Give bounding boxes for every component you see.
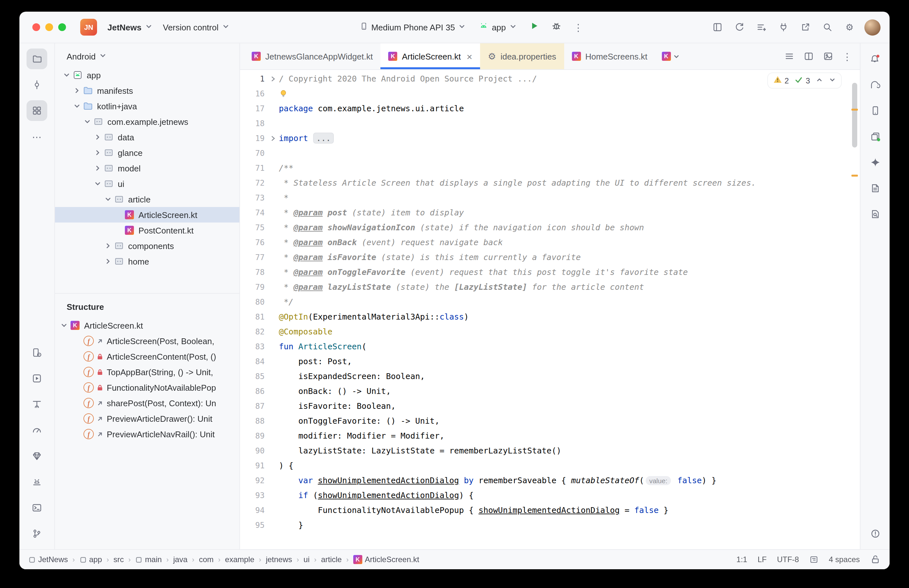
code-line[interactable]: 93 if (showUnimplementedActionDialog) { [240, 488, 860, 502]
user-avatar[interactable] [864, 19, 880, 35]
intention-bulb-icon[interactable] [279, 89, 288, 98]
line-number[interactable]: 83 [240, 342, 267, 351]
prev-problem-button[interactable] [816, 76, 823, 85]
fold-marker-icon[interactable] [267, 135, 279, 141]
notifications-icon[interactable] [865, 48, 885, 69]
line-number[interactable]: 95 [240, 520, 267, 530]
breadcrumb-src[interactable]: src [113, 555, 124, 564]
tab-HomeScreens.kt[interactable]: KHomeScreens.kt [564, 44, 655, 69]
line-number[interactable]: 75 [240, 223, 267, 232]
readonly-toggle-icon[interactable] [870, 554, 880, 565]
chevron-closed-icon[interactable] [72, 87, 82, 94]
tree-item-ArticleScreen.kt[interactable]: K ArticleScreen.kt [55, 207, 239, 223]
project-tool-icon[interactable] [26, 48, 47, 69]
tree-item-glance[interactable]: glance [55, 145, 239, 160]
device-selector[interactable]: Medium Phone API 35 [355, 19, 471, 35]
fold-marker-icon[interactable] [267, 75, 279, 82]
structure-item[interactable]: f PreviewArticleNavRail(): Unit [55, 426, 239, 442]
structure-root[interactable]: K ArticleScreen.kt [55, 318, 239, 333]
tab-ArticleScreen.kt[interactable]: KArticleScreen.kt × [380, 44, 480, 69]
task-list-icon[interactable] [752, 18, 771, 37]
logcat-icon[interactable] [26, 472, 47, 492]
code-line[interactable]: 80 */ [240, 294, 860, 309]
breadcrumb-app[interactable]: app [79, 555, 102, 564]
file-encoding[interactable]: UTF-8 [777, 555, 799, 564]
device-mirroring-icon[interactable] [865, 126, 885, 147]
tree-item-PostContent.kt[interactable]: K PostContent.kt [55, 223, 239, 238]
code-line[interactable]: 83 fun ArticleScreen( [240, 339, 860, 354]
warnings-count[interactable]: 2 [773, 75, 789, 86]
hidden-tabs-dropdown[interactable]: K [655, 44, 686, 69]
close-tab-icon[interactable]: × [467, 51, 473, 62]
tree-item-home[interactable]: home [55, 254, 239, 269]
code-line[interactable]: 79 * @param lazyListState (state) the [L… [240, 279, 860, 294]
settings-icon[interactable]: ⚙ [840, 18, 859, 37]
breadcrumb-main[interactable]: main [135, 555, 162, 564]
indent-size[interactable]: 4 spaces [829, 555, 860, 564]
tree-item-ui[interactable]: ui [55, 176, 239, 191]
device-manager-icon[interactable] [26, 342, 47, 363]
tree-item-manifests[interactable]: manifests [55, 83, 239, 99]
code-line[interactable]: 77 * @param isFavorite (state) is this i… [240, 250, 860, 265]
run-button[interactable] [525, 18, 544, 37]
tree-item-data[interactable]: data [55, 129, 239, 145]
chevron-closed-icon[interactable] [103, 242, 113, 250]
line-number[interactable]: 19 [240, 134, 267, 143]
chevron-closed-icon[interactable] [92, 149, 103, 157]
code-line[interactable]: 72 * Stateless Article Screen that displ… [240, 175, 860, 190]
code-line[interactable]: 70 [240, 145, 860, 160]
project-menu[interactable]: JetNews [102, 20, 158, 35]
share-link-icon[interactable] [796, 18, 815, 37]
line-number[interactable]: 18 [240, 119, 267, 128]
breadcrumb-example[interactable]: example [225, 555, 255, 564]
code-line[interactable]: 90 lazyListState: LazyListState = rememb… [240, 443, 860, 458]
chevron-open-icon[interactable] [92, 180, 103, 187]
more-tools-icon[interactable]: ⋯ [26, 126, 47, 147]
structure-item[interactable]: f ArticleScreenContent(Post, () [55, 349, 239, 364]
code-line[interactable]: 94 FunctionalityNotAvailablePopup { show… [240, 502, 860, 517]
gradle-icon[interactable] [865, 74, 885, 95]
tree-item-kotlin+java[interactable]: kotlin+java [55, 99, 239, 114]
line-number[interactable]: 94 [240, 506, 267, 515]
code-line[interactable]: 18 [240, 116, 860, 131]
breadcrumb-jetnews[interactable]: jetnews [266, 555, 292, 564]
zoom-window-button[interactable] [58, 23, 66, 31]
terminal-icon[interactable] [26, 498, 47, 518]
plugins-icon[interactable] [774, 18, 793, 37]
vcs-menu[interactable]: Version control [158, 20, 235, 35]
structure-item[interactable]: f PreviewArticleDrawer(): Unit [55, 411, 239, 426]
breadcrumb-ui[interactable]: ui [304, 555, 310, 564]
line-number[interactable]: 85 [240, 372, 267, 381]
line-number[interactable]: 17 [240, 104, 267, 113]
minimize-window-button[interactable] [45, 23, 53, 31]
code-line[interactable]: 81 @OptIn(ExperimentalMaterial3Api::clas… [240, 309, 860, 324]
code-line[interactable]: 88 onToggleFavorite: () -> Unit, [240, 414, 860, 428]
line-number[interactable]: 87 [240, 401, 267, 410]
chevron-open-icon[interactable] [72, 102, 82, 110]
line-number[interactable]: 78 [240, 268, 267, 276]
code-line[interactable]: 16 [240, 86, 860, 101]
split-editor-icon[interactable] [804, 51, 814, 61]
chevron-closed-icon[interactable] [92, 133, 103, 141]
line-number[interactable]: 82 [240, 327, 267, 336]
tree-item-article[interactable]: article [55, 191, 239, 207]
indent-icon[interactable] [809, 555, 819, 564]
sync-icon[interactable] [730, 18, 749, 37]
chevron-closed-icon[interactable] [92, 164, 103, 172]
titlebar[interactable]: JN JetNews Version control Medium Phone … [19, 11, 890, 44]
line-number[interactable]: 86 [240, 386, 267, 396]
line-number[interactable]: 16 [240, 89, 267, 98]
passed-count[interactable]: 3 [795, 75, 810, 86]
line-number[interactable]: 76 [240, 238, 267, 247]
line-number[interactable]: 73 [240, 193, 267, 202]
code-line[interactable]: 89 modifier: Modifier = Modifier, [240, 428, 860, 443]
version-control-tool-icon[interactable] [26, 523, 47, 544]
code-line[interactable]: 82 @Composable [240, 324, 860, 339]
chevron-open-icon[interactable] [59, 321, 69, 329]
code-line[interactable]: 17 package com.example.jetnews.ui.articl… [240, 101, 860, 116]
tree-item-components[interactable]: components [55, 238, 239, 254]
services-icon[interactable] [26, 368, 47, 389]
structure-tool-icon[interactable] [26, 100, 47, 121]
editor-more-icon[interactable]: ⋮ [842, 52, 852, 61]
commit-tool-icon[interactable] [26, 74, 47, 95]
